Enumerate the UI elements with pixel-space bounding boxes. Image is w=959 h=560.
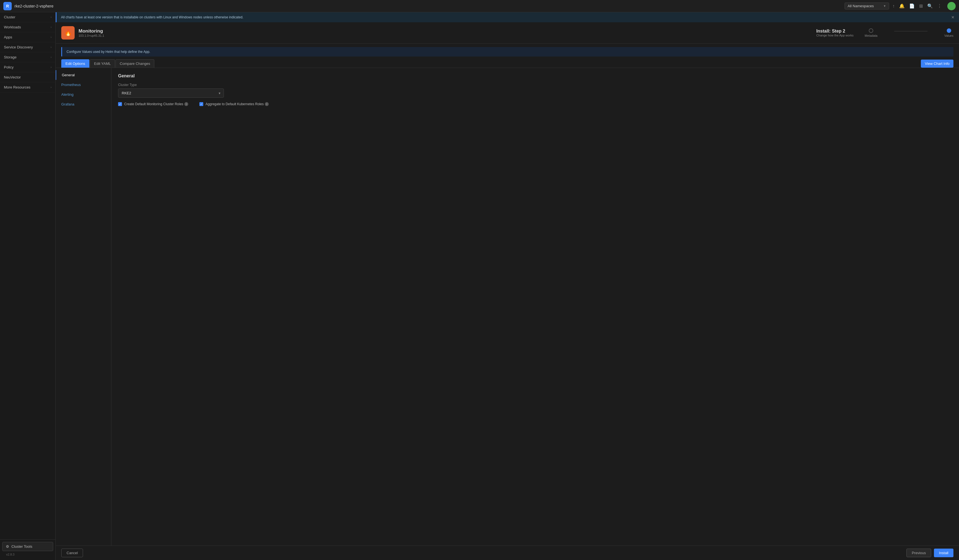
chevron-right-icon: › bbox=[51, 56, 51, 59]
sidebar-label-cluster: Cluster bbox=[4, 15, 15, 19]
config-nav-general[interactable]: General bbox=[56, 70, 111, 80]
step-label-values: Values bbox=[944, 34, 953, 37]
view-chart-info-button[interactable]: View Chart Info bbox=[921, 60, 953, 68]
tabs-row: Edit Options Edit YAML Compare Changes V… bbox=[56, 57, 959, 68]
grid-icon[interactable]: ⊞ bbox=[919, 3, 923, 9]
check-icon: ✓ bbox=[119, 103, 121, 106]
cluster-tools-label: Cluster Tools bbox=[11, 544, 32, 549]
app-name: Monitoring bbox=[78, 29, 816, 34]
chevron-right-icon: › bbox=[51, 16, 51, 19]
tab-edit-yaml[interactable]: Edit YAML bbox=[90, 59, 115, 68]
sidebar-item-more-resources[interactable]: More Resources › bbox=[0, 83, 56, 92]
chevron-right-icon: › bbox=[51, 66, 51, 69]
cluster-tools-button[interactable]: ⚙ Cluster Tools bbox=[2, 542, 53, 551]
config-nav-alerting[interactable]: Alerting bbox=[56, 90, 111, 99]
sidebar-label-workloads: Workloads bbox=[4, 25, 21, 29]
install-header: Install: Step 2 Change how the App works bbox=[816, 29, 854, 37]
chevron-right-icon: › bbox=[51, 25, 51, 29]
checkbox-item-kubernetes-roles: ✓ Aggregate to Default Kubernetes Roles … bbox=[199, 102, 269, 106]
cluster-type-select-wrapper: RKE2 RKE1 K3s Other ▼ bbox=[118, 89, 224, 98]
info-icon-1[interactable]: i bbox=[184, 102, 188, 106]
main-layout: Cluster › Workloads › Apps › Service Dis… bbox=[0, 12, 959, 560]
config-content: General Cluster Type RKE2 RKE1 K3s Other… bbox=[112, 68, 959, 546]
config-sidebar: General Prometheus Alerting Grafana bbox=[56, 68, 112, 546]
stepper: Metadata Values bbox=[865, 29, 953, 37]
chevron-right-icon: › bbox=[51, 86, 51, 89]
sidebar-item-apps[interactable]: Apps › bbox=[0, 32, 56, 42]
chevron-down-icon: ▼ bbox=[883, 5, 886, 8]
sidebar-label-neuvector: NeuVector bbox=[4, 75, 21, 80]
namespace-selector[interactable]: All Namespaces ▼ bbox=[844, 3, 889, 10]
cluster-type-select[interactable]: RKE2 RKE1 K3s Other bbox=[118, 89, 224, 98]
file-icon[interactable]: 📄 bbox=[909, 3, 915, 9]
config-nav-grafana[interactable]: Grafana bbox=[56, 99, 111, 109]
cluster-title: rke2-cluster-2-vsphere bbox=[14, 4, 53, 8]
step-values: Values bbox=[944, 29, 953, 37]
gear-icon: ⚙ bbox=[6, 544, 9, 549]
sidebar-label-service-discovery: Service Discovery bbox=[4, 45, 33, 49]
app-info: Monitoring 103.1.0+up45.31.1 bbox=[78, 29, 816, 37]
footer-left: Cancel bbox=[61, 549, 83, 557]
more-icon[interactable]: ⋮ bbox=[937, 3, 942, 9]
chevron-right-icon: › bbox=[51, 36, 51, 39]
tab-compare-changes[interactable]: Compare Changes bbox=[116, 59, 154, 68]
install-button[interactable]: Install bbox=[934, 549, 953, 557]
sidebar-item-neuvector[interactable]: NeuVector bbox=[0, 72, 56, 83]
sidebar: Cluster › Workloads › Apps › Service Dis… bbox=[0, 12, 56, 560]
app-logo: R bbox=[3, 2, 12, 10]
top-bar: R rke2-cluster-2-vsphere All Namespaces … bbox=[0, 0, 959, 12]
step-circle-values bbox=[947, 29, 951, 33]
checkbox-monitoring-roles-label: Create Default Monitoring Cluster Roles … bbox=[124, 102, 188, 106]
info-banner: All charts have at least one version tha… bbox=[56, 12, 959, 22]
version-label: v2.8.3 bbox=[2, 551, 53, 558]
bell-icon[interactable]: 🔔 bbox=[899, 3, 905, 9]
info-icon-2[interactable]: i bbox=[265, 102, 269, 106]
footer: Cancel Previous Install bbox=[56, 546, 959, 560]
avatar[interactable] bbox=[947, 2, 956, 10]
step-connector bbox=[894, 31, 927, 32]
step-circle-metadata bbox=[869, 29, 873, 33]
sidebar-label-apps: Apps bbox=[4, 35, 12, 39]
sidebar-label-policy: Policy bbox=[4, 65, 14, 69]
config-panel: General Prometheus Alerting Grafana Gene… bbox=[56, 68, 959, 546]
sidebar-item-cluster[interactable]: Cluster › bbox=[0, 12, 56, 22]
config-nav-prometheus[interactable]: Prometheus bbox=[56, 80, 111, 90]
section-banner-text: Configure Values used by Helm that help … bbox=[67, 50, 150, 54]
footer-right: Previous Install bbox=[906, 549, 953, 557]
search-icon[interactable]: 🔍 bbox=[927, 3, 933, 9]
sidebar-item-workloads[interactable]: Workloads › bbox=[0, 22, 56, 32]
upload-icon[interactable]: ↑ bbox=[892, 4, 895, 9]
config-section-title: General bbox=[118, 73, 952, 78]
section-banner: Configure Values used by Helm that help … bbox=[61, 47, 953, 57]
sidebar-item-service-discovery[interactable]: Service Discovery › bbox=[0, 42, 56, 52]
check-icon-2: ✓ bbox=[200, 103, 202, 106]
checkbox-item-monitoring-roles: ✓ Create Default Monitoring Cluster Role… bbox=[118, 102, 188, 106]
sidebar-item-storage[interactable]: Storage › bbox=[0, 52, 56, 62]
cluster-type-label: Cluster Type bbox=[118, 83, 952, 87]
install-step-label: Install: Step 2 bbox=[816, 29, 854, 34]
step-metadata: Metadata bbox=[865, 29, 878, 37]
checkbox-kubernetes-roles[interactable]: ✓ bbox=[199, 102, 203, 106]
cancel-button[interactable]: Cancel bbox=[61, 549, 83, 557]
previous-button[interactable]: Previous bbox=[906, 549, 931, 557]
cluster-type-group: Cluster Type RKE2 RKE1 K3s Other ▼ bbox=[118, 83, 952, 98]
namespace-label: All Namespaces bbox=[847, 4, 874, 8]
checkbox-row: ✓ Create Default Monitoring Cluster Role… bbox=[118, 102, 952, 106]
info-banner-text: All charts have at least one version tha… bbox=[61, 15, 244, 19]
step-label-metadata: Metadata bbox=[865, 34, 878, 37]
top-bar-icons: ↑ 🔔 📄 ⊞ 🔍 ⋮ bbox=[892, 2, 956, 10]
sidebar-item-policy[interactable]: Policy › bbox=[0, 62, 56, 72]
content-area: All charts have at least one version tha… bbox=[56, 12, 959, 560]
sidebar-bottom: ⚙ Cluster Tools v2.8.3 bbox=[0, 539, 56, 560]
chevron-right-icon: › bbox=[51, 46, 51, 49]
sidebar-label-storage: Storage bbox=[4, 55, 17, 59]
app-header: 🔥 Monitoring 103.1.0+up45.31.1 Install: … bbox=[56, 22, 959, 44]
close-icon[interactable]: ✕ bbox=[951, 15, 954, 19]
install-subtitle: Change how the App works bbox=[816, 34, 854, 37]
checkbox-kubernetes-roles-label: Aggregate to Default Kubernetes Roles i bbox=[206, 102, 269, 106]
sidebar-label-more-resources: More Resources bbox=[4, 85, 30, 89]
tab-edit-options[interactable]: Edit Options bbox=[61, 59, 89, 68]
checkbox-monitoring-roles[interactable]: ✓ bbox=[118, 102, 122, 106]
app-icon: 🔥 bbox=[61, 26, 75, 40]
app-version: 103.1.0+up45.31.1 bbox=[78, 34, 816, 37]
